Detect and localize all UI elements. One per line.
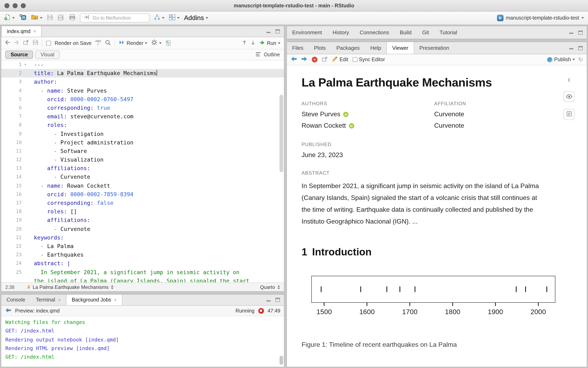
stop-job-icon[interactable] [258, 308, 264, 313]
code-line[interactable]: the island of La Palma (Canary Islands, … [1, 276, 284, 282]
maximize-pane-icon[interactable] [578, 30, 583, 35]
render-settings-button[interactable] [151, 39, 162, 47]
close-window-button[interactable] [4, 3, 9, 8]
new-project-button[interactable]: R [19, 14, 27, 22]
tab-history[interactable]: History [327, 26, 354, 39]
goto-file-input[interactable] [92, 15, 146, 21]
forward-icon[interactable] [14, 40, 19, 46]
save-icon[interactable] [33, 40, 38, 46]
version-control-button[interactable] [154, 14, 165, 22]
tab-build[interactable]: Build [394, 26, 417, 39]
next-chunk-icon[interactable] [250, 40, 256, 46]
fold-icon[interactable]: ▾ [22, 60, 29, 69]
close-icon[interactable]: × [58, 297, 61, 302]
code-line[interactable]: 7 email: steve@curvenote.com [1, 112, 284, 121]
refresh-icon[interactable]: ↻ [579, 57, 583, 62]
code-line[interactable]: 21keywords: [1, 233, 284, 242]
print-button[interactable] [69, 14, 75, 22]
viewer-back-icon[interactable] [291, 56, 297, 63]
tab-console[interactable]: Console [1, 294, 31, 305]
collapse-chevron-icon[interactable]: ‹ [568, 75, 571, 84]
addins-menu[interactable]: Addins [184, 14, 208, 22]
popout-window-icon[interactable] [322, 56, 328, 63]
render-button[interactable]: Render [119, 40, 147, 46]
code-line[interactable]: 18 roles: [] [1, 207, 284, 216]
code-line[interactable]: 25 In September 2021, a significant jump… [1, 268, 284, 276]
reader-view-button[interactable] [563, 91, 575, 102]
tab-help[interactable]: Help [365, 42, 387, 54]
back-icon[interactable] [5, 40, 10, 46]
viewer-forward-icon[interactable] [301, 56, 308, 63]
code-line[interactable]: 10 - Project administration [1, 138, 284, 147]
tab-plots[interactable]: Plots [309, 42, 331, 54]
save-button[interactable] [47, 14, 53, 22]
tab-connections[interactable]: Connections [354, 26, 395, 39]
code-line[interactable]: 12 - Visualization [1, 156, 284, 164]
search-icon[interactable] [105, 39, 111, 47]
back-icon[interactable] [5, 307, 11, 314]
code-line[interactable]: 20 - Curvenote [1, 225, 284, 233]
notes-button[interactable] [563, 109, 575, 120]
code-editor[interactable]: 1▾---2title: La Palma Earthquake Mechani… [1, 60, 284, 282]
run-button[interactable]: Run [259, 40, 280, 46]
tab-tutorial[interactable]: Tutorial [434, 26, 462, 39]
popout-window-icon[interactable] [23, 40, 29, 46]
close-icon[interactable]: × [114, 297, 117, 302]
sync-editor-control[interactable]: Sync Editor [352, 57, 385, 62]
filetype-selector[interactable]: Quarto [260, 284, 280, 290]
code-line[interactable]: 11 - Software [1, 147, 284, 156]
code-line[interactable]: 5 orcid: 0000-0002-0760-5497 [1, 95, 284, 104]
code-line[interactable]: 3author: [1, 78, 284, 86]
minimize-window-button[interactable] [13, 3, 18, 8]
tab-files[interactable]: Files [287, 42, 309, 54]
project-menu[interactable]: R manuscript-template-rstudio-test [497, 15, 584, 21]
minimize-pane-icon[interactable] [266, 29, 271, 34]
render-on-save-checkbox[interactable] [46, 41, 51, 46]
outline-button[interactable]: Outline [256, 52, 280, 58]
code-line[interactable]: 16 orcid: 0000-0002-7859-8394 [1, 190, 284, 199]
minimize-pane-icon[interactable] [569, 46, 574, 50]
code-line[interactable]: 2title: La Palma Earthquake Mechanisms [1, 69, 284, 77]
console-scrollbar[interactable] [279, 356, 283, 365]
open-file-button[interactable] [31, 14, 42, 22]
code-line[interactable]: 19 affiliations: [1, 216, 284, 225]
publish-button[interactable]: Publish [547, 57, 575, 62]
code-line[interactable]: 14 - Curvenote [1, 173, 284, 181]
code-line[interactable]: 15 - name: Rowan Cockett [1, 181, 284, 190]
minimize-pane-icon[interactable] [266, 298, 271, 302]
zoom-window-button[interactable] [21, 3, 26, 8]
spellcheck-icon[interactable]: ABC✓ [95, 40, 101, 46]
insert-chunk-icon[interactable]: C [165, 40, 172, 46]
maximize-pane-icon[interactable] [578, 46, 583, 50]
viewer-content[interactable]: La Palma Earthquake Mechanisms AUTHORS A… [287, 65, 587, 367]
code-line[interactable]: 8 roles: [1, 121, 284, 129]
stop-icon[interactable]: × [312, 57, 317, 62]
source-mode-button[interactable]: Source [5, 51, 33, 59]
code-line[interactable]: 22 - La Palma [1, 242, 284, 250]
code-line[interactable]: 1▾--- [1, 60, 284, 69]
code-line[interactable]: 9 - Investigation [1, 129, 284, 138]
maximize-pane-icon[interactable] [276, 29, 280, 33]
code-line[interactable]: 24abstract: | [1, 259, 284, 268]
tab-environment[interactable]: Environment [287, 26, 327, 39]
code-line[interactable]: 4 - name: Steve Purves [1, 86, 284, 95]
tab-packages[interactable]: Packages [331, 42, 365, 54]
code-line[interactable]: 17 corresponding: false [1, 199, 284, 207]
orcid-icon[interactable]: iD [343, 111, 349, 117]
tab-presentation[interactable]: Presentation [414, 42, 454, 54]
editor-scrollbar[interactable] [279, 95, 283, 172]
new-file-button[interactable] [4, 14, 15, 22]
tab-git[interactable]: Git [417, 26, 434, 39]
tab-terminal[interactable]: Terminal × [31, 294, 66, 305]
code-line[interactable]: 6 corresponding: true [1, 104, 284, 112]
tab-index-qmd[interactable]: index.qmd × [1, 26, 42, 37]
previous-chunk-icon[interactable] [242, 40, 247, 46]
section-navigator[interactable]: # La Palma Earthquake Mechanisms [27, 284, 113, 290]
code-line[interactable]: 23 - Earthquakes [1, 250, 284, 259]
code-line[interactable]: 13 affiliations: [1, 164, 284, 173]
save-all-button[interactable] [57, 14, 64, 22]
minimize-pane-icon[interactable] [569, 30, 574, 35]
tab-viewer[interactable]: Viewer [386, 42, 414, 54]
maximize-pane-icon[interactable] [276, 298, 280, 302]
sync-editor-checkbox[interactable] [352, 57, 357, 62]
